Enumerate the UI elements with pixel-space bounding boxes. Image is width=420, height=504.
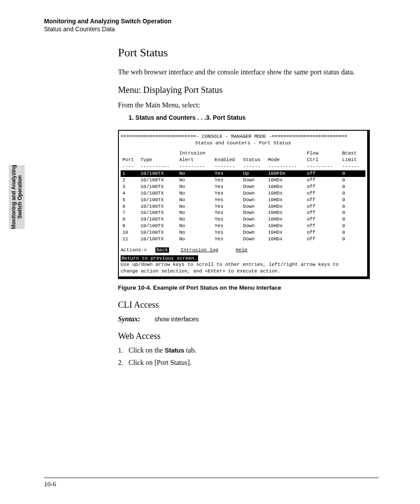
menu-path: 1. Status and Counters . . .3. Port Stat…	[129, 114, 373, 121]
port-status-table: Intrusion Flow Bcast Port Type Alert Ena…	[121, 150, 365, 243]
page-footer: 10-6	[44, 478, 379, 488]
table-header-row-2: Port Type Alert Enabled Status Mode Ctrl…	[121, 157, 365, 163]
syntax-command: show interfaces	[155, 316, 199, 323]
menu-heading: Menu: Displaying Port Status	[118, 85, 373, 95]
web-access-step: 2. Click on [Port Status].	[118, 359, 373, 367]
table-row[interactable]: 610/100TXNoYesDown10HDxoff0	[121, 203, 365, 210]
menu-intro: From the Main Menu, select:	[118, 100, 373, 110]
console-subtitle: Status and Counters - Port Status	[121, 140, 365, 150]
console-status-line: Return to previous screen.	[121, 255, 198, 262]
main-content: Port Status The web browser interface an…	[118, 46, 373, 371]
table-row[interactable]: 410/100TXNoYesDown10HDxoff0	[121, 190, 365, 197]
table-row[interactable]: 510/100TXNoYesDown10HDxoff0	[121, 197, 365, 203]
console-help-2: change action selection, and <Enter> to …	[121, 268, 365, 275]
side-tab: Monitoring and Analyzing Switch Operatio…	[9, 165, 25, 229]
table-row[interactable]: 210/100TXNoYesDown10HDxoff0	[121, 177, 365, 184]
cli-heading: CLI Access	[118, 300, 373, 310]
table-row[interactable]: 110/100TXNoYesUp100FDxoff0	[121, 170, 365, 177]
figure-caption: Figure 10-4. Example of Port Status on t…	[118, 284, 373, 291]
console-screenshot: ==========================- CONSOLE - MA…	[118, 130, 370, 279]
intro-paragraph: The web browser interface and the consol…	[118, 67, 373, 77]
action-help[interactable]: Help	[236, 247, 247, 253]
table-dashes: ---- ---------- --------- ------- ------…	[121, 163, 365, 171]
table-row[interactable]: 810/100TXNoYesDown10HDxoff0	[121, 216, 365, 223]
console-help-1: Use up/down arrow keys to scroll to othe…	[121, 261, 365, 268]
side-tab-text: Monitoring and Analyzing Switch Operatio…	[11, 165, 23, 229]
syntax-label: Syntax:	[118, 315, 140, 323]
action-intrusion-log[interactable]: Intrusion log	[181, 247, 218, 253]
web-access-step: 1. Click on the Status tab.	[118, 346, 373, 354]
syntax-line: Syntax: show interfaces	[118, 315, 373, 323]
running-header: Monitoring and Analyzing Switch Operatio…	[44, 18, 172, 33]
chapter-title: Monitoring and Analyzing Switch Operatio…	[44, 18, 172, 26]
page-number: 10-6	[44, 481, 56, 488]
web-heading: Web Access	[118, 331, 373, 341]
table-row[interactable]: 910/100TXNoYesDown10HDxoff0	[121, 223, 365, 229]
table-header-row-1: Intrusion Flow Bcast	[121, 150, 365, 157]
console-actions: Actions-> Back Intrusion log Help	[121, 243, 365, 254]
table-row[interactable]: 310/100TXNoYesDown10HDxoff0	[121, 184, 365, 190]
action-back[interactable]: Back	[155, 247, 169, 253]
page-title: Port Status	[118, 46, 373, 59]
table-row[interactable]: 1110/100TXNoYesDown10HDxoff0	[121, 236, 365, 243]
table-row[interactable]: 710/100TXNoYesDown10HDxoff0	[121, 210, 365, 216]
console-banner: ==========================- CONSOLE - MA…	[121, 133, 365, 140]
table-row[interactable]: 1010/100TXNoYesDown10HDxoff0	[121, 229, 365, 236]
section-title: Status and Counters Data	[44, 26, 172, 33]
